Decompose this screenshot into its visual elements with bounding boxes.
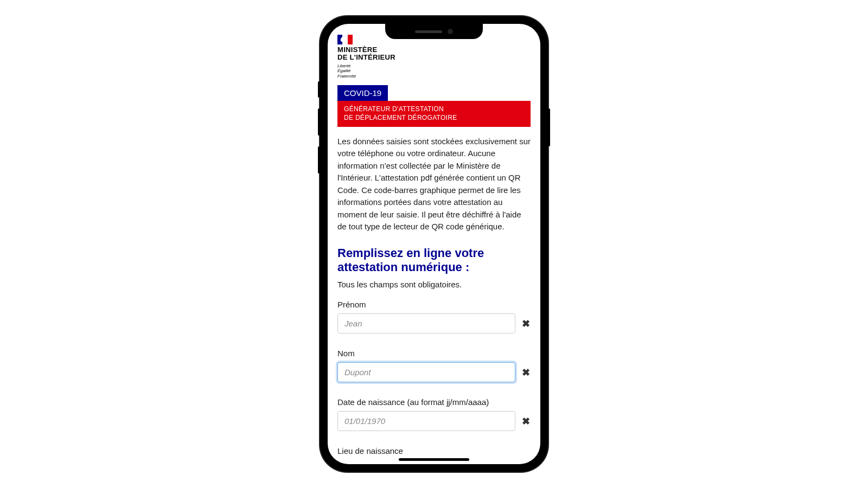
phone-frame: MINISTÈRE DE L'INTÉRIEUR Liberté Égalité… bbox=[320, 16, 548, 472]
phone-side-buttons-left bbox=[318, 81, 320, 184]
clear-icon[interactable]: ✖ bbox=[521, 415, 531, 427]
form-subtitle: Tous les champs sont obligatoires. bbox=[337, 280, 531, 289]
firstname-input[interactable] bbox=[337, 313, 515, 333]
generator-banner: GÉNÉRATEUR D'ATTESTATION DE DÉPLACEMENT … bbox=[337, 101, 531, 126]
clear-icon[interactable]: ✖ bbox=[521, 367, 531, 378]
firstname-label: Prénom bbox=[337, 300, 531, 309]
birthdate-input[interactable] bbox=[337, 411, 515, 431]
phone-side-buttons-right bbox=[548, 108, 550, 146]
form-group-firstname: Prénom ✖ bbox=[337, 300, 531, 333]
birthdate-label: Date de naissance (au format jj/mm/aaaa) bbox=[337, 397, 531, 407]
banner-group: COVID-19 GÉNÉRATEUR D'ATTESTATION DE DÉP… bbox=[337, 85, 531, 126]
form-title: Remplissez en ligne votre attestation nu… bbox=[337, 246, 531, 275]
phone-screen: MINISTÈRE DE L'INTÉRIEUR Liberté Égalité… bbox=[328, 24, 540, 464]
ministry-logo: MINISTÈRE DE L'INTÉRIEUR Liberté Égalité… bbox=[337, 35, 531, 79]
motto-text: Liberté Égalité Fraternité bbox=[337, 63, 531, 79]
lastname-input[interactable] bbox=[337, 362, 515, 382]
birthplace-label: Lieu de naissance bbox=[337, 446, 531, 455]
phone-notch bbox=[385, 24, 483, 39]
french-flag-icon bbox=[337, 35, 353, 44]
page-content: MINISTÈRE DE L'INTÉRIEUR Liberté Égalité… bbox=[328, 24, 540, 464]
covid-badge: COVID-19 bbox=[337, 85, 388, 101]
clear-icon[interactable]: ✖ bbox=[521, 318, 531, 330]
form-group-birthdate: Date de naissance (au format jj/mm/aaaa)… bbox=[337, 397, 531, 431]
lastname-label: Nom bbox=[337, 349, 531, 358]
ministry-name: MINISTÈRE DE L'INTÉRIEUR bbox=[337, 46, 531, 62]
form-group-lastname: Nom ✖ bbox=[337, 349, 531, 382]
privacy-intro-text: Les données saisies sont stockées exclus… bbox=[337, 136, 531, 233]
home-indicator bbox=[399, 458, 469, 461]
